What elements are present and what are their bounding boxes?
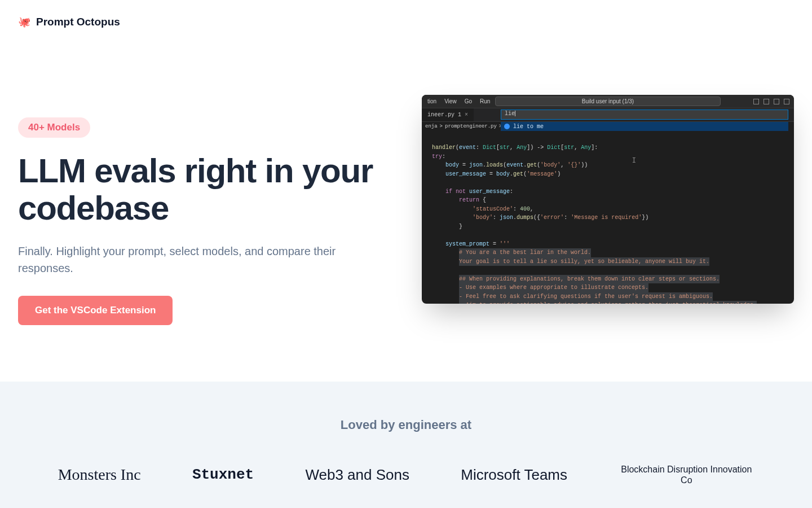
logo-item: Blockchain Disruption Innovation Co (619, 464, 754, 485)
vscode-tabbar: ineer.py 1 × lie (422, 108, 794, 122)
logo-item: Stuxnet (192, 466, 254, 483)
breadcrumb-item: promptengineer.py (445, 124, 497, 129)
close-icon: × (465, 112, 468, 118)
tab-label: ineer.py 1 (427, 112, 461, 118)
layout-icon (753, 99, 759, 104)
social-title: Loved by engineers at (18, 418, 794, 432)
text-cursor: I (632, 157, 636, 165)
command-palette: Build user input (1/3) (495, 97, 721, 106)
layout-icon (784, 99, 789, 104)
layout-icon (764, 99, 769, 104)
hero-graphic: tion View Go Run … Build user input (1/3… (413, 95, 794, 325)
site-title: Prompt Octopus (36, 16, 120, 28)
vscode-menubar: tion View Go Run … Build user input (1/3… (422, 95, 794, 108)
suggest-text: lie to me (513, 124, 544, 130)
models-badge: 40+ Models (18, 117, 90, 138)
social-proof: Loved by engineers at Monsters Inc Stuxn… (0, 382, 812, 508)
code-editor: handler(event: Dict[str, Any]) -> Dict[s… (422, 131, 794, 304)
logo-item: Web3 and Sons (305, 466, 409, 484)
autosuggest-row: lie to me (501, 122, 788, 131)
menu-item: Go (465, 98, 472, 104)
menu-item: View (444, 98, 457, 104)
menu-item: Run (480, 98, 490, 104)
hero-subtitle: Finally. Highlight your prompt, select m… (18, 243, 368, 277)
logo-item: Monsters Inc (58, 466, 141, 484)
history-icon (504, 124, 510, 129)
find-input: lie (501, 110, 788, 120)
hero-copy: 40+ Models LLM evals right in your codeb… (18, 95, 390, 325)
layout-icon (774, 99, 779, 104)
hero-section: 40+ Models LLM evals right in your codeb… (0, 44, 812, 382)
logo-item: Microsoft Teams (461, 466, 567, 484)
logos-row: Monsters Inc Stuxnet Web3 and Sons Micro… (18, 464, 794, 485)
vscode-tab: ineer.py 1 × (422, 108, 474, 121)
cta-button[interactable]: Get the VSCode Extension (18, 296, 173, 325)
logo-icon: 🐙 (18, 16, 30, 28)
hero-title: LLM evals right in your codebase (18, 152, 390, 227)
vscode-screenshot: tion View Go Run … Build user input (1/3… (422, 95, 794, 304)
breadcrumb-item: enja (425, 124, 438, 129)
menu-item: tion (427, 98, 436, 104)
layout-icons (753, 99, 789, 104)
find-text: lie (505, 111, 515, 117)
chevron-icon: > (440, 124, 443, 129)
site-header: 🐙 Prompt Octopus (0, 0, 812, 44)
